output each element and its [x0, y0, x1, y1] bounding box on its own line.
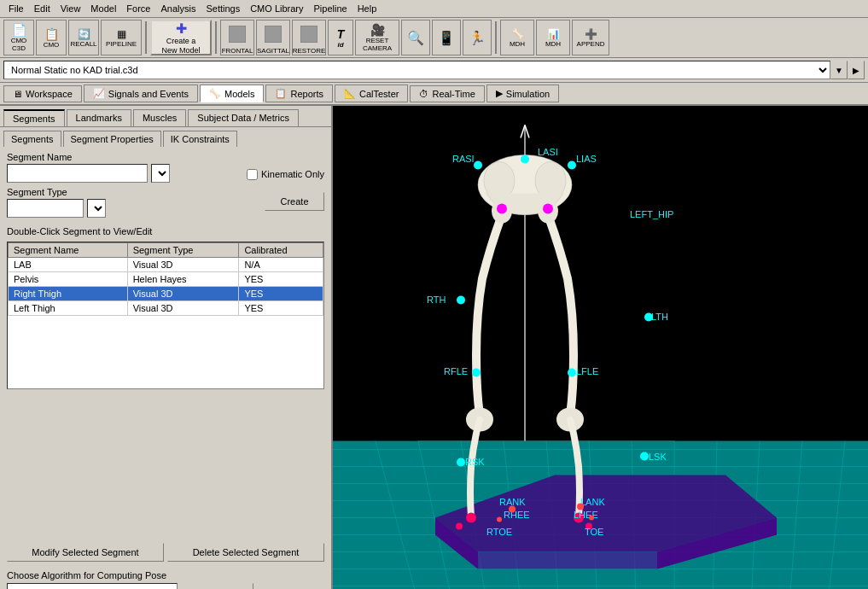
sub-tab-segments[interactable]: Segments — [3, 109, 65, 126]
table-label: Double-Click Segment to View/Edit — [0, 223, 331, 238]
sagittal-button[interactable]: SAGITTAL — [256, 20, 290, 55]
tab-simulation[interactable]: ▶ Simulation — [486, 85, 559, 102]
svg-text:RFLE: RFLE — [444, 366, 468, 376]
svg-text:RTH: RTH — [427, 294, 446, 305]
svg-text:RTOE: RTOE — [486, 527, 512, 537]
reset-camera-button[interactable]: 🎥 RESETCAMERA — [355, 20, 399, 55]
separator1 — [145, 21, 147, 54]
cell-segment-name: Left Thigh — [9, 301, 128, 316]
toolbar: 📄 CMO C3D 📋 CMO 🔄 RECALL ▦ PIPELINE ✚ Cr… — [0, 18, 868, 58]
svg-text:LHEE: LHEE — [574, 510, 598, 520]
viewport[interactable]: RASI LASI LIAS LEFT_HIP RTH LTH RFLE LFL… — [333, 106, 868, 589]
menu-cmo-library[interactable]: CMO Library — [245, 2, 308, 15]
tab-signals-events[interactable]: 📈 Signals and Events — [84, 85, 198, 102]
inner-tab-segment-properties[interactable]: Segment Properties — [63, 131, 161, 147]
mdh2-button[interactable]: 📊 MDH — [536, 20, 570, 55]
tab-reports[interactable]: 📋 Reports — [265, 85, 333, 102]
sub-tab-subject-data[interactable]: Subject Data / Metrics — [188, 109, 299, 126]
table-row[interactable]: LABVisual 3DN/A — [9, 258, 323, 272]
svg-point-44 — [474, 161, 482, 170]
reports-icon: 📋 — [275, 88, 287, 99]
restore-button[interactable]: RESTORE — [292, 20, 326, 55]
tab-models[interactable]: 🦴 Models — [200, 85, 264, 102]
svg-point-46 — [568, 161, 576, 170]
modify-segment-button[interactable]: Modify Selected Segment — [7, 543, 164, 562]
sub-tab-muscles[interactable]: Muscles — [133, 109, 186, 126]
segment-name-area: Segment Name Kinematic Only Segment Type — [0, 147, 331, 223]
menu-analysis[interactable]: Analysis — [155, 2, 201, 15]
menu-file[interactable]: File — [3, 2, 29, 15]
append-button[interactable]: ➕ APPEND — [572, 20, 609, 55]
tab-cal-tester[interactable]: 📐 CalTester — [335, 85, 408, 102]
table-row[interactable]: Left ThighVisual 3DYES — [9, 301, 323, 316]
kinematic-only-checkbox[interactable] — [247, 169, 258, 180]
file-selector[interactable]: Normal Static no KAD trial.c3d — [3, 61, 830, 79]
menu-bar: File Edit View Model Force Analysis Sett… — [0, 0, 868, 18]
inner-tab-bar: Segments Segment Properties IK Constrain… — [0, 127, 331, 147]
svg-point-40 — [456, 523, 463, 530]
tab-workspace[interactable]: 🖥 Workspace — [3, 85, 82, 102]
cmo-button[interactable]: 📋 CMO — [36, 20, 67, 55]
simulation-icon: ▶ — [496, 88, 503, 99]
menu-model[interactable]: Model — [85, 2, 121, 15]
cell-segment-name: Right Thigh — [9, 287, 128, 301]
pipeline-button[interactable]: ▦ PIPELINE — [101, 20, 142, 55]
menu-edit[interactable]: Edit — [29, 2, 55, 15]
svg-text:LFLE: LFLE — [576, 366, 598, 376]
algorithm-label: Choose Algorithm for Computing Pose — [7, 570, 324, 580]
cell-segment-type: Visual 3D — [127, 287, 239, 301]
cmo-c3d-button[interactable]: 📄 CMO C3D — [3, 20, 34, 55]
cell-segment-type: Visual 3D — [127, 301, 239, 316]
segment-type-label: Segment Type — [7, 187, 106, 197]
kinematic-only-row: Kinematic Only — [247, 169, 324, 180]
recall-button[interactable]: 🔄 RECALL — [68, 20, 99, 55]
build-model-button[interactable]: Build Model — [183, 583, 253, 589]
address-go[interactable]: ▶ — [848, 61, 865, 79]
menu-settings[interactable]: Settings — [201, 2, 245, 15]
col-segment-name: Segment Name — [9, 243, 128, 258]
svg-point-71 — [497, 517, 502, 522]
tab-simulation-label: Simulation — [506, 89, 550, 99]
tab-reports-label: Reports — [290, 89, 323, 99]
text-button[interactable]: Tid — [328, 20, 353, 55]
svg-text:LANK: LANK — [580, 497, 605, 507]
svg-point-45 — [521, 155, 529, 164]
cell-segment-name: Pelvis — [9, 272, 128, 287]
svg-point-69 — [509, 506, 516, 513]
svg-point-49 — [472, 369, 481, 377]
segment-name-dropdown[interactable] — [151, 164, 170, 183]
cal-tester-icon: 📐 — [344, 88, 356, 99]
menu-force[interactable]: Force — [121, 2, 155, 15]
cell-calibrated: YES — [239, 301, 323, 316]
table-row[interactable]: PelvisHelen HayesYES — [9, 272, 323, 287]
segment-name-input[interactable] — [7, 164, 148, 183]
segment-type-dropdown[interactable] — [87, 199, 106, 218]
address-dropdown[interactable]: ▼ — [830, 61, 848, 79]
inner-tab-ik-constraints[interactable]: IK Constraints — [163, 131, 237, 147]
svg-point-72 — [589, 516, 594, 521]
mdh1-button[interactable]: 🦴 MDH — [500, 20, 534, 55]
frontal-button[interactable]: FRONTAL — [220, 20, 254, 55]
zoom-button[interactable]: 🔍 — [401, 20, 430, 55]
algorithm-select[interactable]: Visual3D 6 DOFVisual3D 3 DOFEuler Angles — [7, 583, 178, 589]
segment-table-container[interactable]: Segment Name Segment Type Calibrated LAB… — [7, 242, 324, 389]
inner-tab-segments[interactable]: Segments — [3, 131, 61, 147]
workspace-icon: 🖥 — [13, 89, 22, 99]
svg-text:RSK: RSK — [465, 457, 485, 467]
sub-tab-landmarks[interactable]: Landmarks — [67, 109, 131, 126]
svg-text:RHEE: RHEE — [504, 510, 530, 520]
create-new-model-button[interactable]: ✚ Create aNew Model — [150, 20, 212, 55]
table-row[interactable]: Right ThighVisual 3DYES — [9, 287, 323, 301]
delete-segment-button[interactable]: Delete Selected Segment — [167, 543, 324, 562]
menu-help[interactable]: Help — [352, 2, 382, 15]
run-button[interactable]: 🏃 — [463, 20, 492, 55]
menu-pipeline[interactable]: Pipeline — [309, 2, 352, 15]
create-button[interactable]: Create — [265, 192, 324, 211]
device-button[interactable]: 📱 — [432, 20, 461, 55]
tab-real-time[interactable]: ⏱ Real-Time — [410, 85, 484, 102]
svg-text:LASI: LASI — [538, 147, 558, 157]
segment-table-body: LABVisual 3DN/APelvisHelen HayesYESRight… — [9, 258, 323, 316]
menu-view[interactable]: View — [55, 2, 86, 15]
action-buttons: Modify Selected Segment Delete Selected … — [0, 538, 331, 567]
segment-type-input[interactable] — [7, 199, 84, 218]
